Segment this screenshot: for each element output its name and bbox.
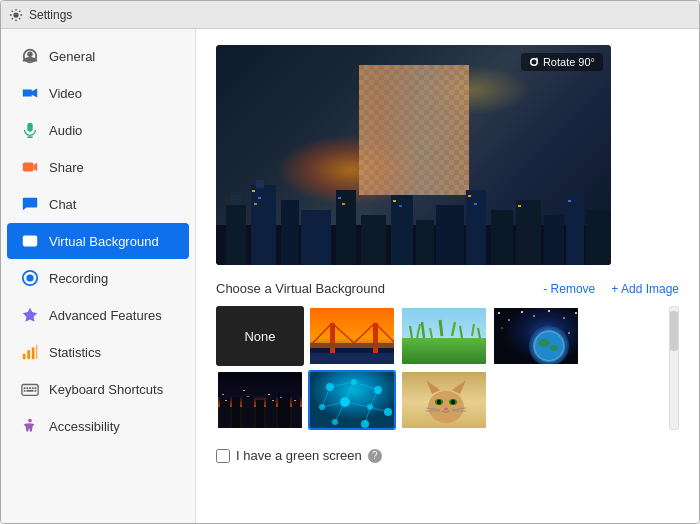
sidebar-item-video[interactable]: Video: [7, 75, 189, 111]
titlebar: Settings: [1, 1, 699, 29]
sidebar-item-accessibility[interactable]: Accessibility: [7, 408, 189, 444]
svg-point-80: [501, 327, 502, 328]
svg-rect-3: [23, 163, 34, 172]
chat-icon: [19, 193, 41, 215]
svg-rect-92: [242, 387, 254, 430]
svg-rect-20: [26, 390, 33, 392]
svg-rect-55: [373, 323, 378, 353]
accessibility-icon: [19, 415, 41, 437]
svg-rect-97: [222, 394, 224, 395]
svg-rect-95: [278, 394, 290, 430]
thumbnail-bridge[interactable]: [308, 306, 396, 366]
svg-rect-2: [27, 123, 32, 132]
statistics-icon: [19, 341, 41, 363]
svg-rect-30: [361, 215, 386, 265]
thumbnail-grass[interactable]: [400, 306, 488, 366]
window-title: Settings: [29, 8, 72, 22]
night-city-image: [218, 372, 304, 430]
svg-rect-25: [251, 185, 276, 265]
svg-rect-47: [468, 195, 471, 197]
thumbnail-underwater[interactable]: [308, 370, 396, 430]
sidebar-label-share: Share: [49, 160, 84, 175]
svg-point-1: [27, 52, 32, 57]
sidebar-item-share[interactable]: Share: [7, 149, 189, 185]
svg-rect-34: [466, 190, 486, 265]
svg-point-74: [508, 319, 510, 321]
green-screen-label[interactable]: I have a green screen: [236, 448, 362, 463]
svg-rect-98: [225, 400, 227, 401]
cat-image: [402, 372, 488, 430]
thumbnail-cat[interactable]: [400, 370, 488, 430]
sidebar-label-advanced: Advanced Features: [49, 308, 162, 323]
svg-point-131: [437, 400, 441, 405]
sidebar-item-advanced[interactable]: Advanced Features: [7, 297, 189, 333]
add-image-button[interactable]: + Add Image: [611, 282, 679, 296]
space-image: [494, 308, 580, 366]
thumbnail-night-city[interactable]: [216, 370, 304, 430]
sidebar-item-chat[interactable]: Chat: [7, 186, 189, 222]
svg-rect-100: [247, 396, 249, 397]
svg-point-133: [444, 408, 448, 411]
general-icon: [19, 45, 41, 67]
choose-actions: - Remove + Add Image: [543, 282, 679, 296]
thumbnails-wrapper: None: [216, 306, 679, 430]
video-icon: [19, 82, 41, 104]
bridge-image: [310, 308, 396, 366]
svg-rect-17: [35, 387, 37, 389]
help-icon[interactable]: ?: [368, 449, 382, 463]
sidebar-label-accessibility: Accessibility: [49, 419, 120, 434]
main-content: Rotate 90° Choose a Virtual Background -…: [196, 29, 699, 523]
svg-line-67: [440, 320, 442, 336]
svg-rect-11: [36, 345, 37, 359]
svg-rect-37: [544, 215, 564, 265]
sidebar-item-audio[interactable]: Audio: [7, 112, 189, 148]
sidebar-label-statistics: Statistics: [49, 345, 101, 360]
sidebar-item-statistics[interactable]: Statistics: [7, 334, 189, 370]
sidebar-label-audio: Audio: [49, 123, 82, 138]
sidebar-item-keyboard[interactable]: Keyboard Shortcuts: [7, 371, 189, 407]
svg-rect-28: [301, 210, 331, 265]
preview-background: [216, 45, 611, 265]
green-screen-row: I have a green screen ?: [216, 448, 679, 463]
svg-rect-39: [586, 210, 611, 265]
thumbnail-space[interactable]: [492, 306, 580, 366]
svg-point-7: [26, 274, 33, 281]
none-label: None: [244, 329, 275, 344]
svg-rect-104: [294, 400, 296, 401]
sidebar-item-general[interactable]: General: [7, 38, 189, 74]
svg-rect-99: [243, 390, 245, 391]
svg-rect-60: [310, 343, 396, 348]
svg-rect-50: [568, 200, 571, 202]
svg-rect-94: [266, 390, 276, 430]
svg-point-77: [548, 310, 550, 312]
svg-rect-93: [256, 400, 264, 430]
svg-rect-32: [416, 220, 434, 265]
thumbnails-grid: None: [216, 306, 665, 430]
sidebar-item-virtual-background[interactable]: Virtual Background: [7, 223, 189, 259]
rotate-button[interactable]: Rotate 90°: [521, 53, 603, 71]
camera-preview: Rotate 90°: [216, 45, 611, 265]
svg-point-76: [533, 315, 535, 317]
share-icon: [19, 156, 41, 178]
sidebar-label-vbg: Virtual Background: [49, 234, 159, 249]
thumbnail-scrollbar[interactable]: [669, 306, 679, 430]
svg-rect-45: [393, 200, 396, 202]
sidebar-item-recording[interactable]: Recording: [7, 260, 189, 296]
svg-rect-4: [23, 236, 37, 247]
green-screen-checkbox[interactable]: [216, 449, 230, 463]
sidebar-label-keyboard: Keyboard Shortcuts: [49, 382, 163, 397]
svg-rect-91: [232, 397, 240, 430]
svg-rect-27: [281, 200, 299, 265]
svg-rect-103: [280, 397, 282, 398]
svg-rect-29: [336, 190, 356, 265]
thumbnail-none[interactable]: None: [216, 306, 304, 366]
svg-rect-26: [256, 180, 264, 188]
svg-point-21: [28, 419, 32, 423]
svg-rect-15: [29, 387, 31, 389]
svg-rect-18: [24, 390, 26, 392]
vbg-icon: [19, 230, 41, 252]
svg-rect-49: [518, 205, 521, 207]
svg-rect-19: [35, 390, 37, 392]
remove-button[interactable]: - Remove: [543, 282, 595, 296]
svg-rect-36: [516, 200, 541, 265]
